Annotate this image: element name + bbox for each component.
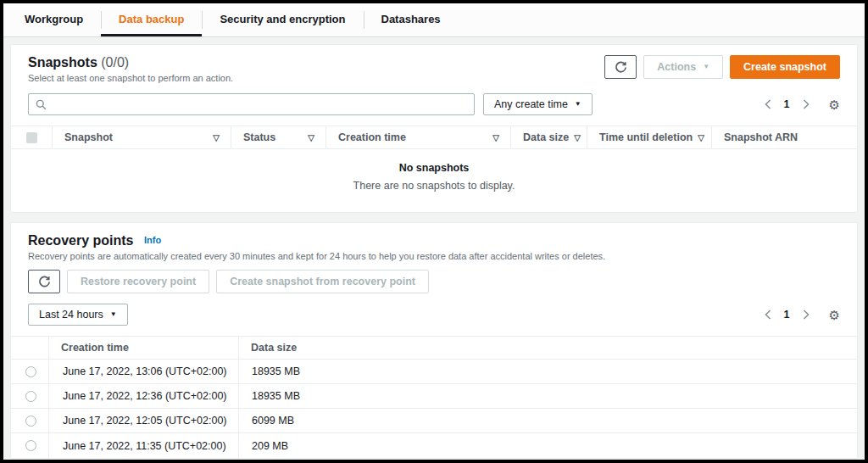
refresh-icon (615, 61, 627, 74)
column-label: Data size (523, 131, 569, 143)
caret-down-icon: ▼ (703, 64, 709, 70)
select-all-checkbox[interactable] (26, 132, 37, 143)
snapshots-table-header: Snapshot ▽ Status ▽ Creation time ▽ Data… (11, 126, 857, 149)
filter-icon[interactable]: ▽ (492, 133, 499, 142)
filter-icon[interactable]: ▽ (213, 133, 220, 142)
column-label: Data size (251, 342, 297, 354)
chevron-left-icon[interactable] (759, 95, 777, 114)
table-row[interactable]: June 17, 2022, 12:36 (UTC+02:00) 18935 M… (11, 384, 857, 409)
restore-recovery-point-button[interactable]: Restore recovery point (67, 270, 209, 293)
tab-data-backup[interactable]: Data backup (101, 3, 202, 36)
actions-label: Actions (657, 61, 696, 73)
row-radio-button[interactable] (25, 416, 36, 427)
cell-data-size: 18935 MB (238, 384, 857, 408)
table-row[interactable]: June 17, 2022, 12:05 (UTC+02:00) 6099 MB (11, 409, 857, 433)
caret-down-icon: ▼ (575, 101, 581, 108)
create-snapshot-from-recovery-point-button[interactable]: Create snapshot from recovery point (216, 270, 429, 293)
app-window: Workgroup Data backup Security and encry… (0, 0, 868, 463)
chevron-right-icon[interactable] (797, 305, 815, 324)
column-header-creation-time: Creation time (48, 337, 238, 359)
cell-creation-time: June 17, 2022, 13:06 (UTC+02:00) (48, 360, 238, 383)
snapshots-description: Select at least one snapshot to perform … (28, 73, 233, 83)
search-icon (36, 99, 47, 110)
caret-down-icon: ▼ (110, 311, 117, 318)
column-header-data-size[interactable]: Data size ▽ (510, 126, 587, 148)
tab-datashares[interactable]: Datashares (364, 3, 459, 36)
select-column-header (11, 337, 48, 359)
recovery-points-description: Recovery points are automatically create… (28, 251, 605, 261)
snapshots-title: Snapshots (0/0) (28, 55, 233, 70)
empty-state-message: There are no snapshots to display. (11, 180, 857, 192)
recovery-points-title: Recovery points Info (28, 233, 605, 248)
cell-creation-time: June 17, 2022, 12:36 (UTC+02:00) (48, 384, 238, 408)
column-label: Time until deletion (599, 131, 693, 143)
create-time-filter-dropdown[interactable]: Any create time ▼ (483, 93, 593, 115)
select-all-cell (11, 126, 52, 148)
column-header-status[interactable]: Status ▽ (231, 126, 326, 148)
column-label: Snapshot ARN (724, 131, 798, 143)
column-header-creation-time[interactable]: Creation time ▽ (326, 126, 510, 148)
tab-workgroup[interactable]: Workgroup (7, 3, 101, 36)
filter-icon[interactable]: ▽ (308, 133, 314, 142)
recovery-points-panel: Recovery points Info Recovery points are… (10, 222, 858, 459)
create-time-filter-value: Any create time (494, 98, 568, 110)
gear-icon[interactable]: ⚙ (829, 309, 840, 321)
recovery-refresh-button[interactable] (28, 270, 60, 293)
snapshots-page-number[interactable]: 1 (782, 98, 792, 110)
column-header-snapshot[interactable]: Snapshot ▽ (52, 126, 231, 148)
table-row[interactable]: June 17, 2022, 13:06 (UTC+02:00) 18935 M… (11, 360, 857, 384)
column-header-data-size: Data size (238, 337, 857, 359)
recovery-table-header: Creation time Data size (11, 336, 857, 360)
row-radio-button[interactable] (25, 391, 36, 402)
snapshots-refresh-button[interactable] (604, 55, 637, 79)
column-header-time-until-deletion[interactable]: Time until deletion ▽ (587, 126, 711, 148)
snapshots-panel: Snapshots (0/0) Select at least one snap… (10, 44, 858, 213)
column-header-snapshot-arn[interactable]: Snapshot ARN (711, 126, 857, 148)
snapshots-empty-state: No snapshots There are no snapshots to d… (11, 149, 857, 212)
snapshots-title-text: Snapshots (28, 55, 97, 70)
cell-creation-time: June 17, 2022, 11:35 (UTC+02:00) (48, 433, 238, 458)
tab-security-and-encryption[interactable]: Security and encryption (202, 3, 363, 36)
filter-icon[interactable]: ▽ (698, 133, 704, 142)
refresh-icon (38, 276, 51, 288)
cell-data-size: 209 MB (238, 433, 857, 458)
cell-data-size: 6099 MB (238, 409, 857, 432)
snapshots-search-box[interactable] (28, 93, 475, 115)
chevron-right-icon[interactable] (797, 95, 815, 114)
tab-bar: Workgroup Data backup Security and encry… (3, 3, 865, 37)
row-radio-button[interactable] (25, 366, 36, 377)
column-label: Creation time (338, 131, 406, 143)
snapshots-pagination: 1 ⚙ (759, 95, 840, 114)
chevron-left-icon[interactable] (759, 305, 777, 324)
column-label: Snapshot (64, 131, 113, 143)
filter-icon[interactable]: ▽ (574, 133, 581, 142)
empty-state-title: No snapshots (11, 162, 857, 174)
snapshots-search-input[interactable] (53, 98, 467, 110)
row-radio-button[interactable] (25, 440, 36, 451)
column-label: Status (243, 131, 275, 143)
snapshots-actions-button[interactable]: Actions ▼ (643, 55, 723, 79)
column-label: Creation time (61, 342, 129, 354)
recovery-points-title-text: Recovery points (28, 233, 133, 248)
snapshots-count: (0/0) (101, 55, 129, 70)
create-snapshot-button[interactable]: Create snapshot (730, 55, 840, 79)
recovery-page-number[interactable]: 1 (782, 309, 792, 321)
cell-creation-time: June 17, 2022, 12:05 (UTC+02:00) (48, 409, 238, 432)
recovery-time-filter-dropdown[interactable]: Last 24 hours ▼ (28, 304, 128, 326)
cell-data-size: 18935 MB (238, 360, 857, 383)
recovery-pagination: 1 ⚙ (759, 305, 840, 324)
gear-icon[interactable]: ⚙ (829, 98, 840, 111)
info-link[interactable]: Info (144, 235, 161, 245)
table-row[interactable]: June 17, 2022, 11:35 (UTC+02:00) 209 MB (11, 433, 857, 458)
recovery-time-filter-value: Last 24 hours (39, 309, 103, 321)
